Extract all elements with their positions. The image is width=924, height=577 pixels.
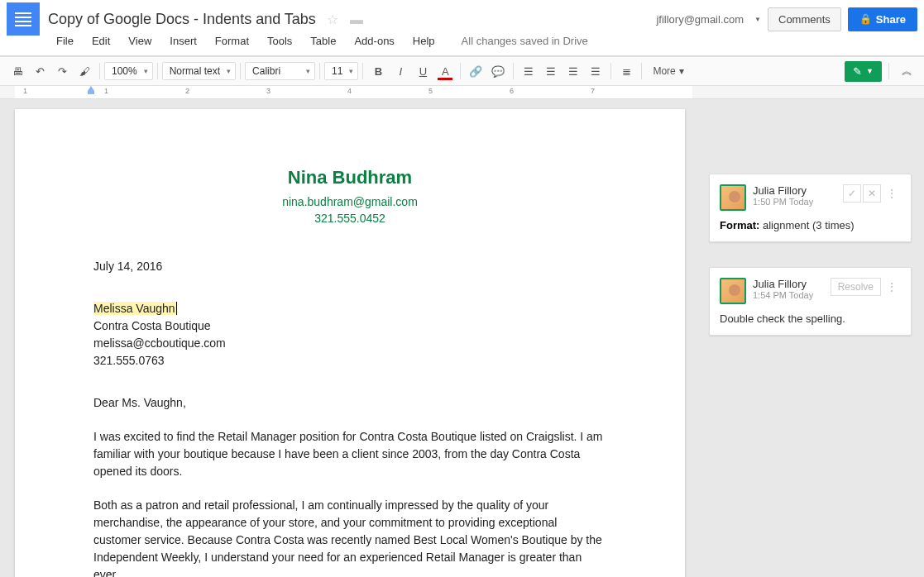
document-title[interactable]: Copy of Google Docs - Indents and Tabs	[48, 11, 316, 27]
toolbar-separator	[641, 63, 642, 79]
more-menu-icon[interactable]: ⋮	[883, 185, 901, 202]
menu-tools[interactable]: Tools	[259, 31, 300, 50]
star-icon[interactable]: ☆	[327, 12, 338, 26]
salutation: Dear Ms. Vaughn,	[93, 394, 606, 412]
line-spacing-icon[interactable]: ≣	[615, 60, 637, 82]
paragraph: I was excited to find the Retail Manager…	[93, 428, 606, 480]
paragraph: Both as a patron and retail professional…	[93, 497, 606, 577]
avatar	[720, 184, 746, 211]
align-justify-icon[interactable]: ☰	[585, 60, 606, 82]
menu-insert[interactable]: Insert	[161, 31, 205, 50]
redo-icon[interactable]: ↷	[51, 60, 73, 82]
menu-edit[interactable]: Edit	[84, 31, 118, 50]
ruler[interactable]: 1 1 2 3 4 5 6 7	[0, 86, 924, 99]
comment-time: 1:54 PM Today	[753, 290, 824, 300]
italic-icon[interactable]: I	[390, 60, 411, 82]
docs-logo[interactable]	[7, 2, 40, 36]
menu-addons[interactable]: Add-ons	[346, 31, 402, 50]
bold-icon[interactable]: B	[367, 60, 389, 82]
align-left-icon[interactable]: ☰	[518, 60, 539, 82]
link-icon[interactable]: 🔗	[465, 60, 486, 82]
toolbar-separator	[513, 63, 514, 79]
comments-button[interactable]: Comments	[768, 7, 841, 31]
ruler-number: 1	[104, 87, 108, 95]
toolbar-separator	[460, 63, 461, 79]
suggestion-card[interactable]: Julia Fillory 1:50 PM Today ✓ ✕ ⋮ Format…	[709, 174, 912, 242]
ruler-number: 5	[428, 87, 433, 95]
align-right-icon[interactable]: ☰	[563, 60, 584, 82]
ruler-number: 7	[591, 87, 595, 95]
menu-view[interactable]: View	[120, 31, 160, 50]
folder-icon[interactable]: ▬	[350, 12, 363, 26]
document-area[interactable]: Nina Budhram nina.budhram@gmail.com 321.…	[0, 99, 701, 577]
recipient-email: melissa@ccboutique.com	[93, 335, 606, 352]
letterhead-name: Nina Budhram	[93, 167, 606, 188]
toolbar-separator	[99, 63, 100, 79]
avatar	[720, 278, 746, 304]
accept-suggestion-icon[interactable]: ✓	[843, 184, 861, 203]
ruler-number: 2	[185, 87, 189, 95]
resolve-button[interactable]: Resolve	[831, 278, 881, 296]
toolbar-separator	[610, 63, 611, 79]
comment-time: 1:50 PM Today	[753, 197, 836, 207]
highlighted-text: Melissa Vaughn	[93, 302, 177, 315]
comment-author: Julia Fillory	[753, 278, 824, 290]
menu-help[interactable]: Help	[405, 31, 443, 50]
zoom-select[interactable]: 100%	[104, 62, 153, 80]
comment-icon[interactable]: 💬	[487, 60, 509, 82]
paint-format-icon[interactable]: 🖌	[74, 60, 95, 82]
text-color-icon[interactable]: A	[434, 60, 456, 82]
recipient-company: Contra Costa Boutique	[93, 317, 606, 335]
more-menu-icon[interactable]: ⋮	[883, 279, 901, 295]
collapse-icon[interactable]: ︽	[896, 60, 917, 82]
underline-icon[interactable]: U	[412, 60, 433, 82]
letterhead-phone: 321.555.0452	[93, 212, 606, 225]
menu-format[interactable]: Format	[207, 31, 257, 50]
page[interactable]: Nina Budhram nina.budhram@gmail.com 321.…	[15, 109, 685, 577]
toolbar-separator	[157, 63, 158, 79]
toolbar-separator	[319, 63, 320, 79]
print-icon[interactable]: 🖶	[7, 60, 28, 82]
letterhead-email: nina.budhram@gmail.com	[93, 195, 606, 208]
chevron-down-icon: ▼	[866, 67, 874, 75]
comment-author: Julia Fillory	[753, 184, 836, 197]
toolbar-separator	[888, 63, 889, 79]
comments-sidebar: Julia Fillory 1:50 PM Today ✓ ✕ ⋮ Format…	[701, 99, 924, 577]
comment-card[interactable]: Julia Fillory 1:54 PM Today Resolve ⋮ Do…	[709, 267, 912, 336]
font-select[interactable]: Calibri	[245, 62, 315, 80]
ruler-number: 3	[266, 87, 270, 95]
ruler-number: 6	[510, 87, 514, 95]
menu-table[interactable]: Table	[302, 31, 344, 50]
toolbar-separator	[362, 63, 363, 79]
chevron-down-icon: ▾	[679, 65, 684, 77]
ruler-number: 1	[23, 87, 27, 95]
editing-mode-button[interactable]: ✎ ▼	[845, 61, 882, 82]
comment-body: Format: alignment (3 times)	[720, 219, 901, 231]
lock-icon: 🔒	[859, 13, 872, 25]
more-button[interactable]: More ▾	[646, 62, 690, 80]
share-button[interactable]: 🔒 Share	[848, 7, 917, 31]
user-email[interactable]: jfillory@gmail.com	[656, 13, 744, 26]
recipient-phone: 321.555.0763	[93, 352, 606, 370]
comment-body: Double check the spelling.	[720, 312, 901, 325]
toolbar-separator	[240, 63, 241, 79]
save-status: All changes saved in Drive	[462, 35, 588, 47]
align-center-icon[interactable]: ☰	[540, 60, 562, 82]
account-dropdown-icon[interactable]: ▼	[754, 16, 761, 23]
letter-date: July 14, 2016	[93, 258, 606, 275]
font-size-select[interactable]: 11	[324, 62, 358, 80]
ruler-number: 4	[347, 87, 352, 95]
undo-icon[interactable]: ↶	[29, 60, 50, 82]
style-select[interactable]: Normal text	[162, 62, 236, 80]
menu-file[interactable]: File	[48, 31, 82, 50]
pencil-icon: ✎	[853, 65, 862, 78]
reject-suggestion-icon[interactable]: ✕	[863, 184, 881, 203]
share-label: Share	[876, 13, 906, 26]
